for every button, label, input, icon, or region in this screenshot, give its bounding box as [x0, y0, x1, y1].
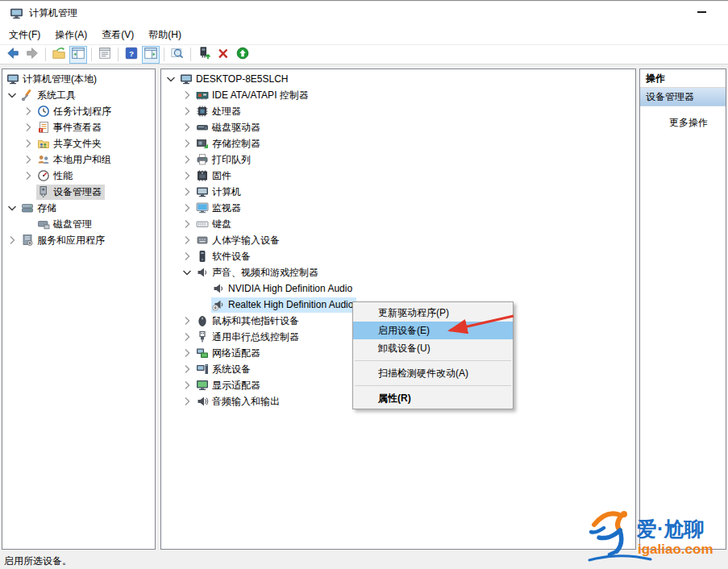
tree-item-body[interactable]: 人体学输入设备	[195, 233, 283, 248]
chevron-right-icon[interactable]	[181, 250, 193, 263]
menu-item-update-driver[interactable]: 更新驱动程序(P)	[353, 304, 513, 322]
tree-item[interactable]: 计算机	[161, 184, 635, 200]
tree-item-body[interactable]: 事件查看器	[36, 120, 105, 135]
chevron-right-icon[interactable]	[181, 89, 193, 102]
tree-item-body[interactable]: 固件	[195, 168, 235, 184]
chevron-right-icon[interactable]	[6, 234, 19, 247]
menu-item-scan-hardware-changes[interactable]: 扫描检测硬件改动(A)	[353, 364, 513, 382]
tree-item-body[interactable]: DESKTOP-8E5SLCH	[179, 72, 292, 87]
tree-item-body[interactable]: 打印队列	[195, 152, 254, 168]
tree-item[interactable]: 存储	[2, 200, 155, 216]
tree-item-body[interactable]: 显示适配器	[195, 378, 264, 393]
tree-item[interactable]: 声音、视频和游戏控制器	[161, 264, 635, 280]
tree-item-body[interactable]: 软件设备	[195, 249, 254, 264]
update-driver-button[interactable]	[195, 46, 213, 64]
tree-item-body[interactable]: 存储控制器	[195, 136, 264, 152]
tree-item-body[interactable]: 计算机管理(本地)	[6, 72, 100, 87]
tree-item-body[interactable]: 存储	[20, 201, 60, 216]
tree-item-body[interactable]: 服务和应用程序	[20, 233, 108, 248]
tree-item[interactable]: 服务和应用程序	[2, 232, 155, 248]
tree-item[interactable]: 设备管理器	[2, 184, 155, 200]
tree-item-body[interactable]: 性能	[36, 168, 76, 184]
tree-item-body[interactable]: 本地用户和组	[36, 152, 114, 168]
chevron-right-icon[interactable]	[22, 169, 35, 182]
tree-item[interactable]: 任务计划程序	[2, 103, 155, 119]
menu-item-properties[interactable]: 属性(R)	[353, 389, 513, 407]
tree-item[interactable]: NVIDIA High Definition Audio	[161, 280, 635, 297]
tree-item[interactable]: 系统工具	[2, 87, 155, 103]
menu-item-enable-device[interactable]: 启用设备(E)	[353, 322, 513, 339]
menu-item-uninstall-device[interactable]: 卸载设备(U)	[353, 339, 513, 357]
chevron-right-icon[interactable]	[181, 185, 193, 198]
chevron-down-icon[interactable]	[181, 266, 193, 279]
tree-item[interactable]: 固件	[161, 168, 635, 184]
tree-item-body[interactable]: 设备管理器	[36, 185, 105, 200]
tree-item[interactable]: 软件设备	[161, 248, 635, 264]
chevron-right-icon[interactable]	[181, 169, 193, 182]
tree-item-body[interactable]: 任务计划程序	[36, 104, 114, 119]
chevron-right-icon[interactable]	[181, 363, 193, 376]
show-action-pane-button[interactable]	[142, 46, 160, 64]
uninstall-device-button[interactable]	[214, 46, 232, 64]
actions-item-device-manager[interactable]: 设备管理器	[640, 88, 726, 106]
menu-view[interactable]: 查看(V)	[94, 26, 141, 44]
chevron-right-icon[interactable]	[181, 379, 193, 392]
tree-item[interactable]: IDE ATA/ATAPI 控制器	[161, 87, 635, 103]
tree-item[interactable]: 本地用户和组	[2, 152, 155, 168]
tree-item[interactable]: DESKTOP-8E5SLCH	[161, 71, 635, 87]
chevron-right-icon[interactable]	[181, 314, 193, 327]
menu-help[interactable]: 帮助(H)	[141, 26, 189, 44]
properties-button[interactable]	[96, 46, 114, 64]
show-console-tree-button[interactable]	[69, 46, 87, 64]
tree-item-body[interactable]: NVIDIA High Definition Audio	[211, 281, 356, 297]
chevron-down-icon[interactable]	[164, 73, 177, 85]
chevron-down-icon[interactable]	[6, 89, 19, 102]
tree-item[interactable]: 性能	[2, 168, 155, 184]
tree-item[interactable]: 监视器	[161, 200, 635, 216]
chevron-right-icon[interactable]	[181, 105, 193, 118]
tree-item[interactable]: 事件查看器	[2, 119, 155, 135]
tree-item[interactable]: 处理器	[161, 103, 635, 119]
find-button[interactable]	[168, 46, 186, 64]
tree-item-body[interactable]: 计算机	[195, 185, 244, 200]
tree-item[interactable]: 磁盘驱动器	[161, 119, 635, 135]
tree-item-body[interactable]: 监视器	[195, 201, 244, 216]
chevron-right-icon[interactable]	[181, 137, 193, 150]
menu-action[interactable]: 操作(A)	[48, 26, 94, 44]
chevron-right-icon[interactable]	[181, 395, 193, 408]
tree-item-body[interactable]: 声音、视频和游戏控制器	[195, 265, 322, 280]
tree-item-body[interactable]: 网络适配器	[195, 346, 264, 361]
tree-item[interactable]: 打印队列	[161, 152, 635, 168]
tree-item-body[interactable]: Realtek High Definition Audio	[211, 297, 356, 313]
tree-item[interactable]: 计算机管理(本地)	[2, 71, 155, 87]
chevron-right-icon[interactable]	[22, 105, 35, 118]
forward-button[interactable]	[23, 46, 41, 64]
chevron-right-icon[interactable]	[181, 330, 193, 343]
back-button[interactable]	[4, 46, 22, 64]
tree-item[interactable]: 存储控制器	[161, 135, 635, 152]
tree-item-body[interactable]: 系统工具	[20, 88, 79, 103]
tree-item-body[interactable]: 处理器	[195, 104, 244, 119]
minimize-button[interactable]	[685, 2, 718, 23]
tree-item[interactable]: 键盘	[161, 216, 635, 232]
chevron-right-icon[interactable]	[181, 347, 193, 359]
enable-device-button[interactable]	[234, 46, 252, 64]
export-folder-button[interactable]	[50, 46, 68, 64]
chevron-right-icon[interactable]	[181, 218, 193, 231]
tree-item-body[interactable]: 音频输入和输出	[195, 394, 283, 409]
tree-item-body[interactable]: 系统设备	[195, 362, 254, 377]
chevron-right-icon[interactable]	[181, 234, 193, 247]
tree-item-body[interactable]: 通用串行总线控制器	[195, 330, 302, 345]
chevron-right-icon[interactable]	[22, 153, 35, 166]
chevron-right-icon[interactable]	[181, 121, 193, 134]
tree-item-body[interactable]: IDE ATA/ATAPI 控制器	[195, 88, 312, 103]
chevron-right-icon[interactable]	[22, 137, 35, 150]
tree-item-body[interactable]: 鼠标和其他指针设备	[195, 314, 302, 329]
tree-item[interactable]: 共享文件夹	[2, 135, 155, 152]
tree-item-body[interactable]: 共享文件夹	[36, 136, 105, 152]
tree-item-body[interactable]: 磁盘驱动器	[195, 120, 264, 135]
actions-item-more-actions[interactable]: 更多操作	[640, 114, 726, 131]
tree-item[interactable]: 磁盘管理	[2, 216, 155, 232]
help-button[interactable]: ?	[123, 46, 140, 64]
menu-file[interactable]: 文件(F)	[2, 26, 48, 44]
